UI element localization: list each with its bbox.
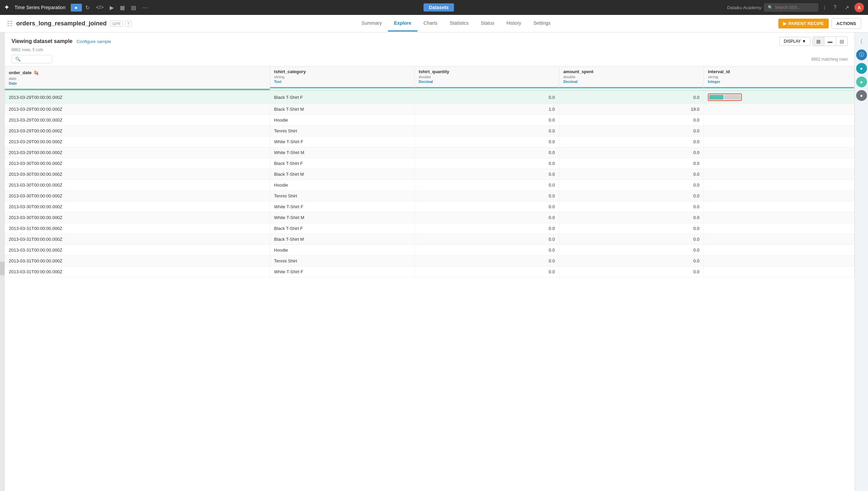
col-header-order-date[interactable]: order_date <box>5 66 270 90</box>
cell-tshirt-quantity: 0.0 <box>414 245 559 256</box>
matching-rows: 8862 matching rows <box>811 57 848 62</box>
search-bar: 🔍 8862 matching rows <box>5 52 854 66</box>
table-button[interactable]: ▤ <box>128 3 139 12</box>
sort-icon-order-date <box>34 69 40 76</box>
table-row: 2013-03-30T00:00:00.000ZWhite T-Shirt F0… <box>5 201 854 212</box>
dataset-help-button[interactable]: ? <box>125 21 132 27</box>
left-sidebar-tab[interactable] <box>0 262 5 275</box>
right-sidebar: 〈 ⓘ ● ● ● <box>854 33 868 491</box>
avatar[interactable]: A <box>854 3 864 12</box>
cell-tshirt-category: White T-Shirt F <box>270 201 414 212</box>
gpr-button[interactable]: GPR <box>110 21 123 27</box>
col-name-amount-spent: amount_spent <box>563 69 699 74</box>
cell-amount-spent: 0.0 <box>559 90 703 104</box>
col-meaning-order-date: Date <box>9 81 266 87</box>
sidebar-collapse-button[interactable]: 〈 <box>856 36 867 47</box>
dataset-name: orders_long_resampled_joined <box>16 20 107 27</box>
table-row: 2013-03-31T00:00:00.000ZTennis Shirt0.00… <box>5 256 854 266</box>
cell-tshirt-quantity: 0.0 <box>414 158 559 169</box>
header-right: ▶ PARENT RECIPE ACTIONS <box>778 18 861 29</box>
cell-interval-id <box>704 212 854 223</box>
parent-recipe-button[interactable]: ▶ PARENT RECIPE <box>778 19 829 28</box>
app-title: Time Series Preparation <box>15 5 65 10</box>
tab-history[interactable]: History <box>500 16 527 31</box>
code-button[interactable]: </> <box>93 3 106 12</box>
actions-button[interactable]: ACTIONS <box>831 18 862 29</box>
cell-tshirt-category: Black T-Shirt M <box>270 104 414 115</box>
grid-view-button[interactable]: ▦ <box>813 37 824 46</box>
tab-summary[interactable]: Summary <box>355 16 388 31</box>
list-view-button[interactable]: ▬ <box>824 37 836 46</box>
cell-order-date: 2013-03-30T00:00:00.000Z <box>5 180 270 191</box>
datasets-label[interactable]: Datasets <box>424 3 454 12</box>
app-logo: ✦ <box>4 4 9 11</box>
table-row: 2013-03-30T00:00:00.000ZBlack T-Shirt F0… <box>5 158 854 169</box>
navbar: ✦ Time Series Preparation ► ↻ </> ▶ ▦ ▤ … <box>0 0 868 15</box>
trend-button[interactable]: ↗ <box>842 3 852 12</box>
table-row: 2013-03-30T00:00:00.000ZWhite T-Shirt M0… <box>5 212 854 223</box>
cell-tshirt-category: Tennis Shirt <box>270 256 414 266</box>
table-row: 2013-03-31T00:00:00.000ZWhite T-Shirt F0… <box>5 266 854 277</box>
configure-sample-link[interactable]: Configure sample <box>77 39 111 44</box>
view-icons: ▦ ▬ ▤ <box>812 37 848 46</box>
col-header-tshirt-category[interactable]: tshirt_category string Text <box>270 66 414 90</box>
tab-settings[interactable]: Settings <box>527 16 557 31</box>
sidebar-circle-button-2[interactable]: ● <box>856 77 867 87</box>
col-type-tshirt-category: string <box>274 75 410 79</box>
refresh-button[interactable]: ↻ <box>83 3 92 12</box>
cell-tshirt-category: Black T-Shirt F <box>270 158 414 169</box>
more-button[interactable]: ⋯ <box>139 3 150 12</box>
cell-tshirt-quantity: 0.0 <box>414 126 559 136</box>
sidebar-circle-button-1[interactable]: ● <box>856 63 867 74</box>
cell-tshirt-quantity: 0.0 <box>414 191 559 201</box>
flow-button[interactable]: ► <box>71 4 82 12</box>
cell-interval-id <box>704 158 854 169</box>
chevron-down-icon: ▼ <box>802 39 806 44</box>
display-button[interactable]: DISPLAY ▼ <box>779 37 810 46</box>
cell-interval-id <box>704 201 854 212</box>
cell-tshirt-quantity: 0.0 <box>414 212 559 223</box>
search-input-wrapper[interactable]: 🔍 <box>12 55 52 63</box>
cell-order-date: 2013-03-30T00:00:00.000Z <box>5 201 270 212</box>
col-header-interval-id[interactable]: interval_id string Integer <box>704 66 854 90</box>
col-header-tshirt-quantity[interactable]: tshirt_quantity double Decimal <box>414 66 559 90</box>
chart-view-button[interactable]: ▤ <box>836 37 847 46</box>
run-button[interactable]: ▶ <box>107 3 116 12</box>
search-icon: 🔍 <box>15 57 21 62</box>
layers-button[interactable]: ▦ <box>117 3 128 12</box>
sidebar-circle-button-3[interactable]: ● <box>856 90 867 101</box>
cell-interval-id <box>704 266 854 277</box>
col-name-order-date: order_date <box>9 69 266 76</box>
sidebar-info-button[interactable]: ⓘ <box>856 49 867 60</box>
cell-amount-spent: 0.0 <box>559 223 703 234</box>
col-header-amount-spent[interactable]: amount_spent double Decimal <box>559 66 703 90</box>
cell-amount-spent: 0.0 <box>559 169 703 180</box>
tab-statistics[interactable]: Statistics <box>443 16 475 31</box>
search-box[interactable]: 🔍 Search DSS... <box>764 3 818 12</box>
cell-amount-spent: 0.0 <box>559 266 703 277</box>
search-input[interactable] <box>22 57 49 62</box>
tab-explore[interactable]: Explore <box>388 16 417 31</box>
cell-interval-id <box>704 115 854 126</box>
left-sidebar <box>0 33 5 491</box>
table-wrapper[interactable]: order_date <box>5 66 854 491</box>
tab-charts[interactable]: Charts <box>417 16 443 31</box>
dataset-header: ☷ orders_long_resampled_joined GPR ? Sum… <box>0 15 868 33</box>
cell-interval-id <box>704 147 854 158</box>
interval-bar-fill <box>709 95 723 100</box>
cell-interval-id <box>704 169 854 180</box>
cell-order-date: 2013-03-30T00:00:00.000Z <box>5 212 270 223</box>
interval-bar-wrapper <box>708 93 742 101</box>
help-button[interactable]: ? <box>831 3 839 12</box>
cell-tshirt-quantity: 0.0 <box>414 234 559 245</box>
cell-order-date: 2013-03-29T00:00:00.000Z <box>5 136 270 147</box>
col-meaning-interval-id: Integer <box>708 80 850 85</box>
cell-interval-id <box>704 223 854 234</box>
grid-icon-button[interactable]: ⁝ <box>821 3 828 12</box>
col-type-tshirt-quantity: double <box>419 75 555 79</box>
cell-tshirt-category: Hoodie <box>270 245 414 256</box>
cell-amount-spent: 0.0 <box>559 256 703 266</box>
cell-tshirt-category: Black T-Shirt F <box>270 90 414 104</box>
tab-status[interactable]: Status <box>475 16 500 31</box>
breadcrumb-icon: ☷ <box>7 20 13 28</box>
